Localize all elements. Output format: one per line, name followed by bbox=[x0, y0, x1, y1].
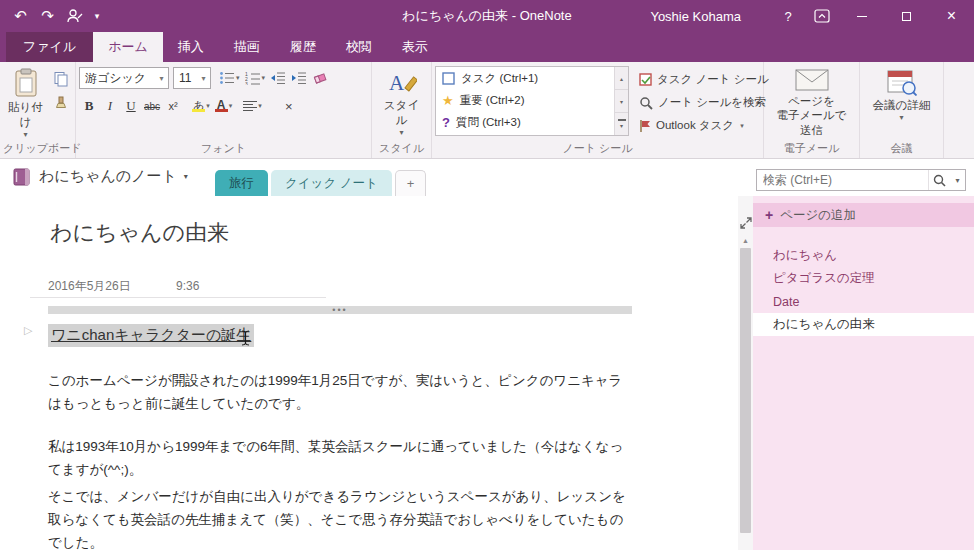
selected-heading-text[interactable]: ワニchanキャラクターの誕生 bbox=[48, 324, 254, 347]
tag-item-todo[interactable]: タスク (Ctrl+1) bbox=[436, 67, 614, 89]
numbering-icon[interactable]: 123 ▾ bbox=[243, 67, 268, 89]
eraser-icon[interactable] bbox=[310, 67, 330, 89]
account-name[interactable]: Yoshie Kohama bbox=[650, 9, 741, 24]
page-scrollbar[interactable]: ▲ bbox=[738, 196, 753, 550]
outlook-tasks-button[interactable]: Outlook タスク ▾ bbox=[635, 114, 773, 137]
outlook-tasks-dropdown-icon[interactable]: ▾ bbox=[740, 122, 744, 130]
note-body[interactable]: このホームページが開設されたのは1999年1月25日ですが、実はいうと、ピンクの… bbox=[48, 369, 632, 550]
scroll-up-icon[interactable]: ▲ bbox=[738, 234, 753, 247]
undo-icon[interactable]: ↶ bbox=[8, 3, 33, 29]
title-divider bbox=[30, 297, 326, 298]
font-name-combo[interactable]: 游ゴシック ▾ bbox=[79, 67, 169, 89]
outline-handle-dots-icon: ••• bbox=[332, 306, 347, 314]
copy-icon[interactable] bbox=[50, 68, 72, 90]
group-meetings: 会議の詳細 ▾ 会議 bbox=[860, 62, 944, 158]
question-mark-icon: ? bbox=[442, 115, 450, 130]
paste-dropdown-icon[interactable]: ▾ bbox=[23, 132, 27, 138]
font-size-combo[interactable]: 11 ▾ bbox=[173, 67, 211, 89]
tab-home[interactable]: ホーム bbox=[93, 32, 163, 62]
tag-gallery-more-icon[interactable]: ▾ bbox=[615, 113, 628, 135]
format-painter-icon[interactable] bbox=[50, 93, 72, 115]
notebook-navbar: わにちゃんのノート ▾ 旅行 クイック ノート + ▾ bbox=[0, 159, 974, 196]
page-canvas[interactable]: わにちゃんの由来 2016年5月26日 9:36 ▷ ••• ワニchanキャラ… bbox=[0, 196, 738, 550]
close-button[interactable]: × bbox=[929, 0, 974, 32]
paragraph-collapse-icon[interactable]: ▷ bbox=[24, 324, 32, 337]
tab-draw[interactable]: 描画 bbox=[219, 32, 275, 62]
font-name-dropdown-icon[interactable]: ▾ bbox=[155, 74, 168, 83]
strikethrough-button[interactable]: abc bbox=[142, 95, 162, 117]
email-label-line1: ページを bbox=[788, 94, 835, 109]
tag-label: 質問 (Ctrl+3) bbox=[456, 115, 521, 130]
search-input[interactable] bbox=[757, 173, 928, 187]
title-bar: ↶ ↷ ▾ わにちゃんの由来 - OneNote Yoshie Kohama ?… bbox=[0, 0, 974, 32]
note-outline: ••• ワニchanキャラクターの誕生 このホームページが開設されたのは1999… bbox=[48, 306, 632, 550]
paste-button[interactable]: 貼り付け ▾ bbox=[3, 64, 48, 140]
search-scope-dropdown-icon[interactable]: ▾ bbox=[950, 176, 965, 185]
tag-scroll-up-icon[interactable]: ▴ bbox=[615, 67, 628, 90]
onenote-window: ↶ ↷ ▾ わにちゃんの由来 - OneNote Yoshie Kohama ?… bbox=[0, 0, 974, 550]
clear-formatting-icon[interactable]: × bbox=[279, 95, 299, 117]
ribbon-display-options-icon[interactable] bbox=[805, 0, 839, 32]
bold-button[interactable]: B bbox=[79, 95, 99, 117]
page-time: 9:36 bbox=[176, 279, 199, 293]
tab-view[interactable]: 表示 bbox=[387, 32, 443, 62]
customize-qat-icon[interactable]: ▾ bbox=[89, 3, 105, 29]
flag-icon bbox=[639, 119, 651, 133]
paragraph[interactable]: このホームページが開設されたのは1999年1月25日ですが、実はいうと、ピンクの… bbox=[48, 369, 632, 415]
maximize-button[interactable] bbox=[884, 0, 929, 32]
tag-label: 重要 (Ctrl+2) bbox=[460, 93, 525, 108]
pen-input-icon[interactable] bbox=[62, 3, 87, 29]
scrollbar-thumb[interactable] bbox=[740, 248, 751, 533]
group-label-meetings: 会議 bbox=[863, 141, 940, 158]
email-page-button[interactable]: ページを 電子メールで送信 bbox=[767, 64, 856, 140]
group-label-clipboard: クリップボード bbox=[3, 141, 72, 158]
tag-item-important[interactable]: ★ 重要 (Ctrl+2) bbox=[436, 89, 614, 111]
ribbon: 貼り付け ▾ クリップボード bbox=[0, 62, 974, 159]
highlight-color-bar bbox=[192, 109, 205, 112]
tab-insert[interactable]: 挿入 bbox=[163, 32, 219, 62]
add-page-button[interactable]: + ページの追加 bbox=[753, 203, 974, 227]
page-list-item[interactable]: Date bbox=[753, 290, 974, 313]
star-icon: ★ bbox=[442, 93, 454, 108]
superscript-button[interactable]: x² bbox=[163, 95, 183, 117]
underline-button[interactable]: U bbox=[121, 95, 141, 117]
section-tab-quick-notes[interactable]: クイック ノート bbox=[271, 170, 392, 196]
outline-move-handle[interactable]: ••• bbox=[48, 306, 632, 314]
new-section-button[interactable]: + bbox=[395, 170, 427, 196]
full-page-view-icon[interactable] bbox=[739, 216, 752, 230]
tag-item-question[interactable]: ? 質問 (Ctrl+3) bbox=[436, 111, 614, 133]
font-color-bar bbox=[215, 109, 228, 112]
search-icon[interactable] bbox=[928, 170, 950, 190]
page-list-item[interactable]: ピタゴラスの定理 bbox=[753, 267, 974, 290]
highlight-button[interactable]: あ ▾ bbox=[190, 95, 212, 117]
decrease-indent-icon[interactable] bbox=[268, 67, 288, 89]
styles-dropdown-icon[interactable]: ▾ bbox=[399, 130, 403, 136]
help-icon[interactable]: ? bbox=[771, 0, 805, 32]
close-icon: × bbox=[947, 7, 956, 25]
todo-tag-button[interactable]: タスク ノート シール bbox=[635, 68, 773, 91]
tab-history[interactable]: 履歴 bbox=[275, 32, 331, 62]
paragraph[interactable]: 私は1993年10月から1999年までの6年間、某英会話スクールに通っていました… bbox=[48, 435, 632, 481]
font-size-dropdown-icon[interactable]: ▾ bbox=[197, 74, 210, 83]
styles-button[interactable]: A スタイル ▾ bbox=[375, 64, 428, 138]
notebook-dropdown[interactable]: わにちゃんのノート ▾ bbox=[12, 167, 188, 186]
minimize-button[interactable] bbox=[839, 0, 884, 32]
redo-icon[interactable]: ↷ bbox=[35, 3, 60, 29]
find-tags-button[interactable]: ノート シールを検索 bbox=[635, 91, 773, 114]
section-tab-travel[interactable]: 旅行 bbox=[215, 170, 268, 196]
page-list-item-selected[interactable]: わにちゃんの由来 bbox=[753, 313, 974, 336]
paragraph-alignment-icon[interactable]: ▾ bbox=[241, 95, 264, 117]
italic-button[interactable]: I bbox=[100, 95, 120, 117]
paragraph[interactable]: そこでは、メンバーだけが自由に出入りができるラウンジというスペースがあり、レッス… bbox=[48, 485, 632, 550]
envelope-icon bbox=[795, 68, 829, 92]
page-list-item[interactable]: わにちゃん bbox=[753, 244, 974, 267]
font-color-button[interactable]: A ▾ bbox=[213, 95, 235, 117]
meeting-details-dropdown-icon[interactable]: ▾ bbox=[899, 115, 903, 121]
bullets-icon[interactable]: ▾ bbox=[217, 67, 242, 89]
tag-scroll-down-icon[interactable]: ▾ bbox=[615, 90, 628, 113]
page-title[interactable]: わにちゃんの由来 bbox=[50, 218, 229, 248]
tab-file[interactable]: ファイル bbox=[6, 32, 93, 62]
tab-review[interactable]: 校閲 bbox=[331, 32, 387, 62]
meeting-details-button[interactable]: 会議の詳細 ▾ bbox=[868, 64, 936, 123]
increase-indent-icon[interactable] bbox=[289, 67, 309, 89]
